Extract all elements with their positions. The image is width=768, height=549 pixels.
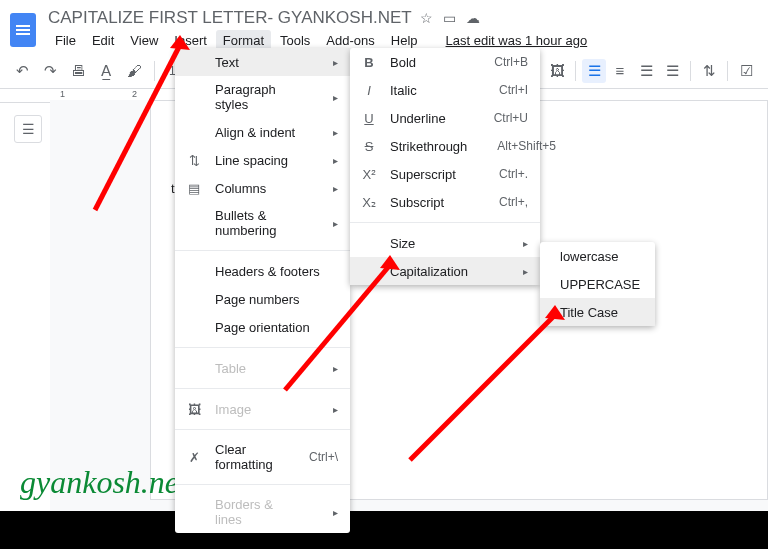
menu-item-columns[interactable]: ▤Columns▸ xyxy=(175,174,350,202)
star-icon[interactable]: ☆ xyxy=(420,10,433,26)
capitalization-submenu: lowercase UPPERCASE Title Case xyxy=(540,242,655,326)
menu-item-page-orientation[interactable]: Page orientation xyxy=(175,313,350,341)
menu-item-clear-formatting[interactable]: ✗Clear formattingCtrl+\ xyxy=(175,436,350,478)
align-justify-icon[interactable]: ☰ xyxy=(660,59,684,83)
outline-toggle-icon[interactable]: ☰ xyxy=(14,115,42,143)
docs-logo-icon[interactable] xyxy=(10,13,36,47)
align-left-icon[interactable]: ☰ xyxy=(582,59,606,83)
menu-item-headers-footers[interactable]: Headers & footers xyxy=(175,257,350,285)
image-icon[interactable]: 🖼 xyxy=(545,59,569,83)
underline-icon: U xyxy=(360,111,378,126)
columns-icon: ▤ xyxy=(185,181,203,196)
menu-item-bold[interactable]: BBoldCtrl+B xyxy=(350,48,540,76)
menu-file[interactable]: File xyxy=(48,30,83,51)
menu-item-text[interactable]: Text▸ xyxy=(175,48,350,76)
menu-item-uppercase[interactable]: UPPERCASE xyxy=(540,270,655,298)
redo-icon[interactable]: ↷ xyxy=(38,59,62,83)
menu-item-title-case[interactable]: Title Case xyxy=(540,298,655,326)
menu-item-superscript[interactable]: X²SuperscriptCtrl+. xyxy=(350,160,540,188)
undo-icon[interactable]: ↶ xyxy=(10,59,34,83)
align-center-icon[interactable]: ≡ xyxy=(608,59,632,83)
menu-item-bullets-numbering[interactable]: Bullets & numbering▸ xyxy=(175,202,350,244)
clear-format-icon: ✗ xyxy=(185,450,203,465)
italic-icon: I xyxy=(360,83,378,98)
watermark-text: gyankosh.net xyxy=(20,464,188,501)
line-spacing-icon[interactable]: ⇅ xyxy=(697,59,721,83)
line-spacing-icon: ⇅ xyxy=(185,153,203,168)
spellcheck-icon[interactable]: A̲ xyxy=(94,59,118,83)
move-icon[interactable]: ▭ xyxy=(443,10,456,26)
menu-item-align-indent[interactable]: Align & indent▸ xyxy=(175,118,350,146)
bottom-bar xyxy=(0,511,768,549)
checklist-icon[interactable]: ☑ xyxy=(734,59,758,83)
menu-item-page-numbers[interactable]: Page numbers xyxy=(175,285,350,313)
text-submenu: BBoldCtrl+B IItalicCtrl+I UUnderlineCtrl… xyxy=(350,48,540,285)
format-menu: Text▸ Paragraph styles▸ Align & indent▸ … xyxy=(175,48,350,533)
menu-item-lowercase[interactable]: lowercase xyxy=(540,242,655,270)
menu-item-size[interactable]: Size▸ xyxy=(350,229,540,257)
bold-icon: B xyxy=(360,55,378,70)
image-icon: 🖼 xyxy=(185,402,203,417)
menu-item-image: 🖼Image▸ xyxy=(175,395,350,423)
menu-item-italic[interactable]: IItalicCtrl+I xyxy=(350,76,540,104)
menu-edit[interactable]: Edit xyxy=(85,30,121,51)
paint-format-icon[interactable]: 🖌 xyxy=(122,59,146,83)
print-icon[interactable]: 🖶 xyxy=(66,59,90,83)
menu-item-capitalization[interactable]: Capitalization▸ xyxy=(350,257,540,285)
menu-view[interactable]: View xyxy=(123,30,165,51)
align-right-icon[interactable]: ☰ xyxy=(634,59,658,83)
superscript-icon: X² xyxy=(360,167,378,182)
menu-item-subscript[interactable]: X₂SubscriptCtrl+, xyxy=(350,188,540,216)
menu-item-table: Table▸ xyxy=(175,354,350,382)
document-title[interactable]: CAPITALIZE FIRST LETTER- GYANKOSH.NET xyxy=(48,8,412,28)
strike-icon: S xyxy=(360,139,378,154)
menu-item-paragraph-styles[interactable]: Paragraph styles▸ xyxy=(175,76,350,118)
cloud-icon[interactable]: ☁ xyxy=(466,10,480,26)
app-header: CAPITALIZE FIRST LETTER- GYANKOSH.NET ☆ … xyxy=(0,0,768,53)
menu-item-strikethrough[interactable]: SStrikethroughAlt+Shift+5 xyxy=(350,132,540,160)
menu-item-borders-lines: Borders & lines▸ xyxy=(175,491,350,533)
menu-item-line-spacing[interactable]: ⇅Line spacing▸ xyxy=(175,146,350,174)
menu-item-underline[interactable]: UUnderlineCtrl+U xyxy=(350,104,540,132)
subscript-icon: X₂ xyxy=(360,195,378,210)
